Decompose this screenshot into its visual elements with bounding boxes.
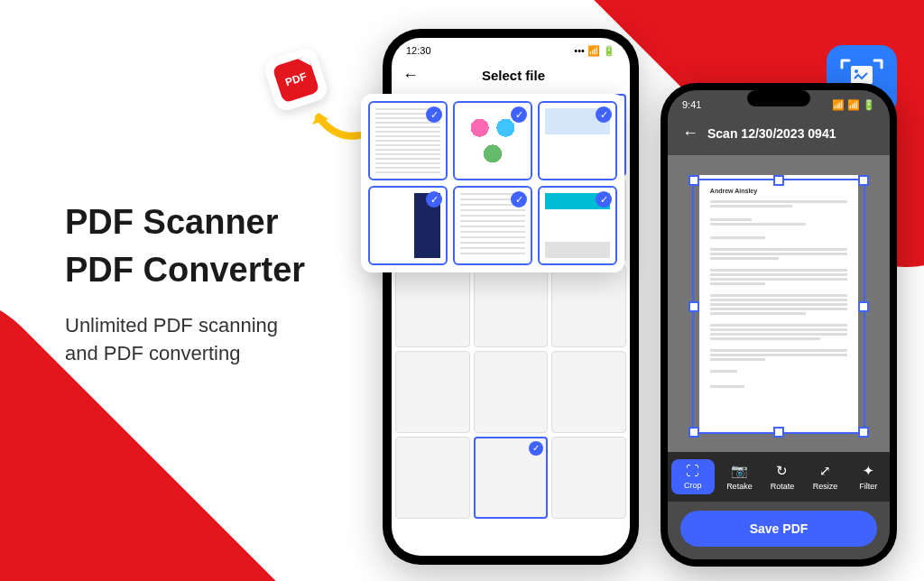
- heading-line1: PDF Scanner: [65, 198, 305, 246]
- crop-handle[interactable]: [773, 175, 784, 186]
- crop-handle[interactable]: [858, 301, 869, 312]
- svg-rect-0: [851, 66, 873, 84]
- selected-files-popup: ✓ ✓ ✓ ✓ ✓ ✓: [361, 94, 624, 272]
- check-icon: ✓: [511, 191, 527, 208]
- tool-label: Retake: [726, 482, 753, 491]
- crop-icon: ⛶: [686, 463, 699, 478]
- rotate-icon: ↻: [776, 463, 788, 479]
- check-icon: ✓: [596, 191, 612, 208]
- save-pdf-button[interactable]: Save PDF: [680, 511, 877, 547]
- retake-tool[interactable]: 📷 Retake: [718, 459, 762, 494]
- phone-notch: [747, 90, 810, 106]
- phone-scan-editor: 9:41 📶 📶 🔋 ← Scan 12/30/2023 0941 Andrew…: [661, 83, 897, 567]
- rotate-tool[interactable]: ↻ Rotate: [761, 459, 804, 494]
- status-time: 12:30: [406, 45, 431, 57]
- status-icons: ••• 📶 🔋: [574, 45, 615, 57]
- tool-label: Crop: [684, 481, 702, 490]
- check-icon: ✓: [529, 441, 543, 456]
- status-time: 9:41: [682, 99, 701, 111]
- file-thumbnail[interactable]: [474, 265, 549, 347]
- svg-point-2: [855, 69, 858, 73]
- tool-label: Filter: [859, 482, 877, 491]
- crop-handle[interactable]: [858, 175, 869, 186]
- file-thumbnail[interactable]: ✓: [453, 101, 532, 180]
- check-icon: ✓: [511, 106, 527, 123]
- resize-icon: ⤢: [819, 463, 831, 479]
- page-title: Scan 12/30/2023 0941: [707, 126, 836, 141]
- edit-toolbar: ⛶ Crop 📷 Retake ↻ Rotate ⤢ Resize ✦ F: [668, 452, 890, 502]
- crop-handle[interactable]: [688, 301, 699, 312]
- file-thumbnail[interactable]: ✓: [538, 101, 617, 180]
- subheading-line1: Unlimited PDF scanning: [65, 312, 305, 340]
- check-icon: ✓: [426, 191, 442, 208]
- filter-tool[interactable]: ✦ Filter: [846, 459, 890, 494]
- arrow-icon: [305, 99, 368, 144]
- crop-handle[interactable]: [858, 427, 869, 438]
- subheading-line2: and PDF converting: [65, 340, 305, 368]
- tool-label: Resize: [813, 482, 838, 491]
- file-thumbnail[interactable]: [395, 437, 470, 519]
- scan-preview-area: Andrew Ainsley: [668, 155, 890, 452]
- crop-tool[interactable]: ⛶ Crop: [671, 459, 715, 494]
- file-thumbnail[interactable]: [474, 351, 549, 433]
- file-thumbnail[interactable]: ✓: [538, 186, 617, 265]
- file-thumbnail[interactable]: ✓: [453, 186, 532, 265]
- marketing-heading: PDF Scanner PDF Converter Unlimited PDF …: [65, 198, 305, 368]
- file-thumbnail[interactable]: ✓: [474, 437, 549, 519]
- crop-frame[interactable]: [692, 179, 865, 434]
- back-icon[interactable]: ←: [682, 124, 698, 143]
- tool-label: Rotate: [771, 482, 795, 491]
- status-bar: 12:30 ••• 📶 🔋: [392, 38, 630, 60]
- filter-icon: ✦: [863, 463, 874, 479]
- save-label: Save PDF: [750, 521, 808, 536]
- crop-handle[interactable]: [773, 427, 784, 438]
- crop-handle[interactable]: [688, 175, 699, 186]
- page-title: Select file: [424, 68, 619, 83]
- check-icon: ✓: [596, 106, 612, 123]
- heading-line2: PDF Converter: [65, 246, 305, 294]
- file-thumbnail[interactable]: [395, 265, 470, 347]
- camera-icon: 📷: [731, 463, 748, 479]
- pdf-badge-label: PDF: [283, 70, 308, 89]
- file-thumbnail[interactable]: [551, 265, 626, 347]
- file-thumbnail[interactable]: ✓: [368, 101, 448, 180]
- resize-tool[interactable]: ⤢ Resize: [804, 459, 847, 494]
- file-thumbnail[interactable]: [395, 351, 470, 433]
- back-icon[interactable]: ←: [402, 66, 419, 85]
- check-icon: ✓: [426, 106, 442, 123]
- status-icons: 📶 📶 🔋: [832, 99, 875, 111]
- file-thumbnail[interactable]: [551, 351, 626, 433]
- crop-handle[interactable]: [688, 427, 699, 438]
- file-thumbnail[interactable]: [551, 437, 626, 519]
- file-thumbnail[interactable]: ✓: [368, 186, 448, 265]
